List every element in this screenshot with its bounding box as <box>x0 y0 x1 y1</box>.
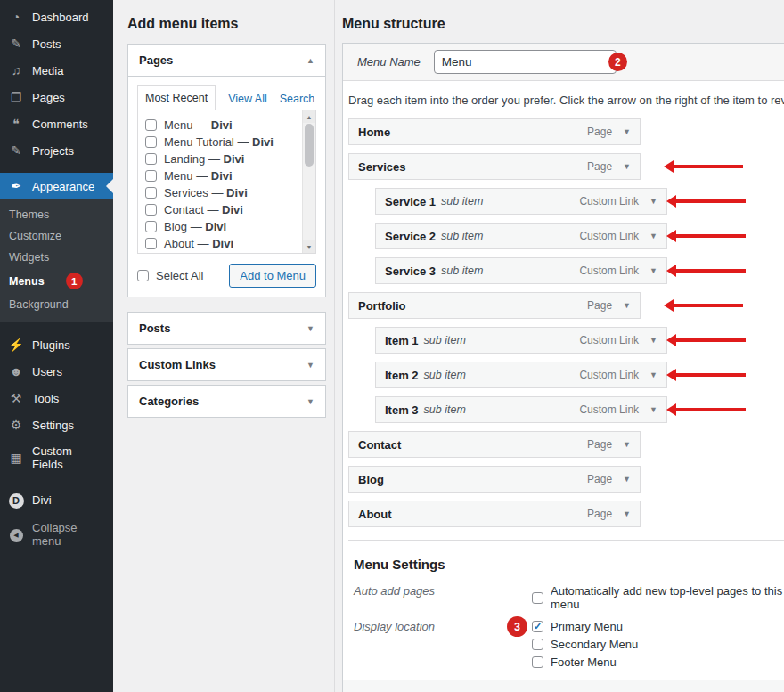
menu-item-sub-note: sub item <box>424 334 466 346</box>
menu-item-row[interactable]: Service 2 sub item Custom Link ▼ <box>375 223 667 249</box>
menu-item-row[interactable]: Item 3 sub item Custom Link ▼ <box>375 396 667 423</box>
menu-item-row[interactable]: Service 1 sub item Custom Link ▼ <box>375 188 667 215</box>
menu-item-row[interactable]: About Page ▼ <box>348 501 641 527</box>
sidebar-item-dashboard[interactable]: ◔ Dashboard <box>0 4 113 30</box>
menu-item-row[interactable]: Portfolio Page ▼ <box>348 292 641 319</box>
accordion-panel-categories: Categories ▼ <box>127 385 326 418</box>
caret-down-icon[interactable]: ▼ <box>649 197 657 206</box>
menu-item-row[interactable]: Blog Page ▼ <box>348 466 641 493</box>
tab-view-all[interactable]: View All <box>228 87 267 110</box>
sidebar-item-plugins[interactable]: ⚡ Plugins <box>0 331 113 358</box>
scroll-down-icon[interactable]: ▼ <box>303 240 315 253</box>
caret-down-icon[interactable]: ▼ <box>623 440 631 449</box>
display-location-option[interactable]: ✓ Footer Menu <box>532 655 638 669</box>
pages-panel-header[interactable]: Pages ▲ <box>128 45 325 76</box>
caret-down-icon[interactable]: ▼ <box>649 266 657 275</box>
menu-item-row[interactable]: Item 1 sub item Custom Link ▼ <box>375 327 667 354</box>
menu-item-row[interactable]: Service 3 sub item Custom Link ▼ <box>375 257 667 284</box>
submenu-item-menus[interactable]: Menus 1 <box>0 268 113 294</box>
menu-item-row[interactable]: Item 2 sub item Custom Link ▼ <box>375 362 667 388</box>
sidebar-item-custom-fields[interactable]: ▦ Custom Fields <box>0 438 113 477</box>
submenu-item-background[interactable]: Background <box>0 294 113 315</box>
page-checklist-item[interactable]: Contact — Divi <box>145 201 296 218</box>
page-checklist-item[interactable]: Landing — Divi <box>145 151 296 167</box>
caret-down-icon[interactable]: ▼ <box>649 370 657 379</box>
caret-down-icon[interactable]: ▼ <box>623 127 631 136</box>
page-checklist-item[interactable]: About — Divi <box>145 235 296 252</box>
caret-down-icon[interactable]: ▼ <box>306 324 314 333</box>
page-item-title: Services <box>164 186 208 199</box>
select-all-checkbox[interactable] <box>137 270 149 281</box>
accordion-panel-header[interactable]: Posts ▼ <box>128 313 325 344</box>
caret-down-icon[interactable]: ▼ <box>623 509 631 518</box>
caret-down-icon[interactable]: ▼ <box>649 336 657 345</box>
sidebar-item-icon: ☻ <box>8 364 24 379</box>
sidebar-item-media[interactable]: ♫ Media <box>0 57 113 84</box>
submenu-item-widgets[interactable]: Widgets <box>0 247 113 268</box>
sidebar-item-pages[interactable]: ❐ Pages <box>0 84 113 110</box>
display-location-option[interactable]: 3 ✓ Primary Menu <box>532 620 638 633</box>
page-checklist-item[interactable]: Menu — Divi <box>145 167 296 184</box>
caret-down-icon[interactable]: ▼ <box>306 361 314 370</box>
red-arrow-annotation <box>676 269 746 273</box>
page-item-checkbox[interactable] <box>145 238 157 249</box>
page-checklist-item[interactable]: Menu — Divi <box>145 117 296 134</box>
caret-down-icon[interactable]: ▼ <box>623 301 631 310</box>
sidebar-item-appearance[interactable]: ✒ Appearance <box>0 173 113 199</box>
display-location-option[interactable]: ✓ Secondary Menu <box>532 638 638 651</box>
sidebar-item-icon: ❝ <box>8 117 24 131</box>
auto-add-pages-option[interactable]: Automatically add new top-level pages to… <box>532 584 784 611</box>
menu-name-input[interactable] <box>434 50 617 74</box>
add-to-menu-button[interactable]: Add to Menu <box>229 264 316 288</box>
collapse-menu-button[interactable]: ◀ Collapse menu <box>0 515 113 554</box>
sidebar-item-posts[interactable]: ✎ Posts <box>0 30 113 57</box>
submenu-item-customize[interactable]: Customize <box>0 225 113 247</box>
page-checklist-item[interactable]: Menu Tutorial — Divi <box>145 134 296 151</box>
menu-item-row[interactable]: Contact Page ▼ <box>348 431 641 458</box>
scrollbar-thumb[interactable] <box>305 124 314 167</box>
sidebar-item-settings[interactable]: ⚙ Settings <box>0 411 113 438</box>
page-item-checkbox[interactable] <box>145 119 157 131</box>
sidebar-item-comments[interactable]: ❝ Comments <box>0 110 113 137</box>
sidebar-item-projects[interactable]: ✎ Projects <box>0 137 113 164</box>
auto-add-checkbox[interactable] <box>532 592 543 604</box>
location-checkbox[interactable]: ✓ <box>532 621 543 632</box>
page-item-checkbox[interactable] <box>145 153 157 165</box>
menu-item-label: About <box>358 508 392 521</box>
menu-item-row[interactable]: Services Page ▼ <box>348 153 641 180</box>
select-all-option[interactable]: Select All <box>137 269 203 282</box>
page-item-checkbox[interactable] <box>145 170 157 182</box>
menu-item-label: Home <box>358 126 390 139</box>
sidebar-item-divi[interactable]: D Divi <box>0 486 113 515</box>
appearance-submenu: Themes Customize Widgets Menus 1 Backgro… <box>0 199 113 322</box>
sidebar-item-tools[interactable]: ⚒ Tools <box>0 385 113 411</box>
tab-search[interactable]: Search <box>280 87 315 110</box>
sidebar-item-label: Projects <box>32 144 74 158</box>
accordion-panel-header[interactable]: Custom Links ▼ <box>128 349 325 380</box>
caret-down-icon[interactable]: ▼ <box>623 162 631 171</box>
page-checklist-item[interactable]: Blog — Divi <box>145 218 296 235</box>
accordion-panel-header[interactable]: Categories ▼ <box>128 386 325 417</box>
sidebar-item-users[interactable]: ☻ Users <box>0 358 113 385</box>
caret-down-icon[interactable]: ▼ <box>306 397 314 406</box>
page-checklist-item[interactable]: Services — Divi <box>145 184 296 201</box>
page-item-checkbox[interactable] <box>145 136 157 148</box>
menu-item-type: Custom Link <box>579 195 639 208</box>
page-item-checkbox[interactable] <box>145 221 157 232</box>
caret-down-icon[interactable]: ▼ <box>649 405 657 414</box>
tab-most-recent[interactable]: Most Recent <box>137 85 216 110</box>
location-checkbox[interactable]: ✓ <box>532 656 543 668</box>
scroll-up-icon[interactable]: ▲ <box>303 110 315 123</box>
page-item-checkbox[interactable] <box>145 187 157 199</box>
submenu-item-label: Widgets <box>9 251 49 264</box>
caret-down-icon[interactable]: ▼ <box>623 475 631 484</box>
location-checkbox[interactable]: ✓ <box>532 639 543 650</box>
menu-item-row[interactable]: Home Page ▼ <box>348 118 641 145</box>
page-item-checkbox[interactable] <box>145 204 157 216</box>
menu-item-label: Service 2 <box>385 230 436 243</box>
scrollbar[interactable]: ▲ ▼ <box>302 110 315 253</box>
caret-down-icon[interactable]: ▼ <box>649 232 657 240</box>
caret-up-icon[interactable]: ▲ <box>306 56 314 65</box>
menu-item-type: Custom Link <box>579 369 639 381</box>
submenu-item-themes[interactable]: Themes <box>0 204 113 225</box>
